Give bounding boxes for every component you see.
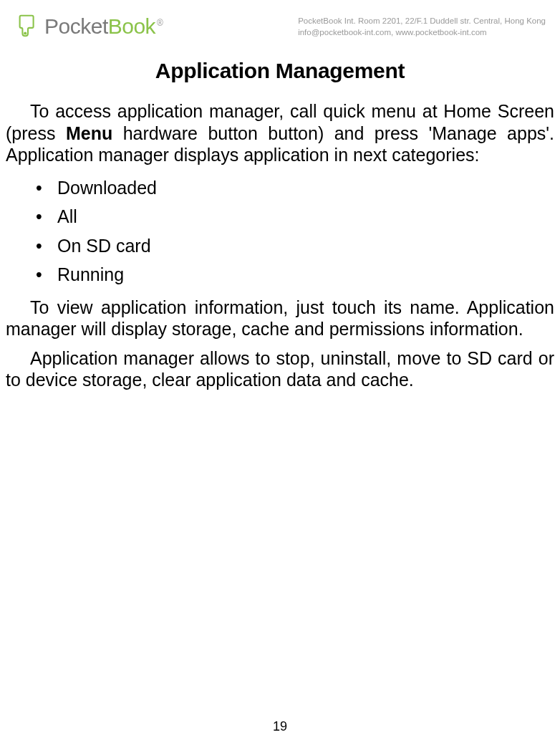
logo-text: PocketBook® bbox=[44, 14, 163, 39]
page-header: PocketBook® PocketBook Int. Room 2201, 2… bbox=[0, 0, 560, 46]
logo-registered-mark: ® bbox=[157, 18, 163, 28]
paragraph-view-info: To view application information, just to… bbox=[6, 297, 554, 340]
page-title: Application Management bbox=[6, 59, 554, 83]
para1-bold: Menu bbox=[66, 123, 112, 143]
list-item: Downloaded bbox=[6, 173, 554, 203]
logo-icon bbox=[14, 13, 42, 40]
logo-word-book: Book bbox=[108, 14, 155, 38]
paragraph-intro: To access application manager, call quic… bbox=[6, 100, 554, 166]
logo: PocketBook® bbox=[14, 13, 163, 40]
company-address: PocketBook Int. Room 2201, 22/F.1 Duddel… bbox=[298, 16, 546, 27]
svg-point-0 bbox=[24, 32, 26, 34]
page-number: 19 bbox=[0, 719, 560, 734]
logo-word-pocket: Pocket bbox=[44, 14, 108, 38]
paragraph-actions: Application manager allows to stop, unin… bbox=[6, 347, 554, 391]
company-contact: info@pocketbook-int.com, www.pocketbook-… bbox=[298, 27, 546, 39]
list-item: On SD card bbox=[6, 231, 554, 261]
category-list: Downloaded All On SD card Running bbox=[6, 173, 554, 289]
company-info: PocketBook Int. Room 2201, 22/F.1 Duddel… bbox=[298, 13, 546, 38]
document-content: Application Management To access applica… bbox=[0, 46, 560, 391]
list-item: All bbox=[6, 202, 554, 231]
list-item: Running bbox=[6, 260, 554, 289]
